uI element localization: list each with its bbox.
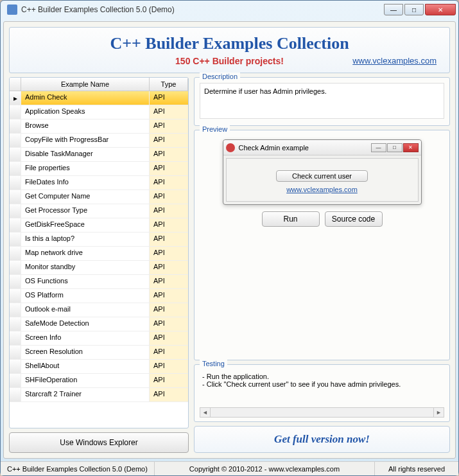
get-full-version-button[interactable]: Get full version now!: [194, 426, 450, 453]
row-type: API: [150, 134, 188, 147]
table-row[interactable]: Is this a laptop?API: [10, 233, 188, 247]
table-row[interactable]: Get Processor TypeAPI: [10, 204, 188, 218]
table-row[interactable]: OS FunctionsAPI: [10, 275, 188, 289]
description-text[interactable]: Determine if user has Admin privileges.: [200, 83, 444, 119]
row-type: API: [150, 148, 188, 161]
table-row[interactable]: Map network driveAPI: [10, 247, 188, 261]
row-indicator: [10, 148, 21, 161]
close-button[interactable]: ✕: [425, 4, 456, 15]
table-row[interactable]: Starcraft 2 TrainerAPI: [10, 388, 188, 402]
table-row[interactable]: Outlook e-mailAPI: [10, 303, 188, 317]
table-row[interactable]: ▸Admin CheckAPI: [10, 91, 188, 105]
table-row[interactable]: BrowseAPI: [10, 119, 188, 134]
row-name: ShellAbout: [21, 360, 150, 373]
row-name: Monitor standby: [21, 261, 150, 274]
header-title: C++ Builder Examples Collection: [16, 34, 443, 53]
row-indicator: [10, 360, 21, 373]
grid-header-name[interactable]: Example Name: [21, 78, 150, 91]
grid-header-selector[interactable]: [10, 78, 21, 91]
testing-text: - Run the application. - Click "Check cu…: [200, 370, 444, 405]
row-type: API: [150, 303, 188, 317]
preview-maximize-icon: □: [387, 143, 403, 152]
row-type: API: [150, 374, 188, 387]
row-type: API: [150, 331, 188, 345]
source-code-button[interactable]: Source code: [325, 211, 383, 227]
row-type: API: [150, 218, 188, 232]
preview-window-title: Check Admin example: [239, 144, 371, 152]
content-area: C++ Builder Examples Collection 150 C++ …: [3, 21, 456, 459]
row-name: Map network drive: [21, 247, 150, 260]
maximize-button[interactable]: □: [404, 4, 424, 15]
status-left: C++ Builder Examples Collection 5.0 (Dem…: [1, 462, 155, 475]
row-type: API: [150, 275, 188, 288]
row-name: Screen Resolution: [21, 346, 150, 359]
row-type: API: [150, 91, 188, 105]
row-type: API: [150, 233, 188, 246]
minimize-button[interactable]: —: [384, 4, 403, 15]
table-row[interactable]: ShellAboutAPI: [10, 360, 188, 374]
status-center: Copyright © 2010-2012 - www.vclexamples.…: [155, 462, 375, 475]
testing-hscrollbar[interactable]: ◄ ►: [200, 407, 444, 418]
table-row[interactable]: Monitor standbyAPI: [10, 261, 188, 275]
table-row[interactable]: SafeMode DetectionAPI: [10, 317, 188, 331]
row-indicator: [10, 289, 21, 303]
row-type: API: [150, 346, 188, 359]
row-name: SafeMode Detection: [21, 317, 150, 331]
table-row[interactable]: GetDiskFreeSpaceAPI: [10, 218, 188, 233]
grid-header-type[interactable]: Type: [150, 78, 188, 91]
table-row[interactable]: Screen ResolutionAPI: [10, 346, 188, 360]
row-indicator: [10, 233, 21, 246]
scroll-right-icon[interactable]: ►: [433, 408, 444, 417]
use-explorer-button[interactable]: Use Windows Explorer: [9, 432, 189, 453]
titlebar[interactable]: C++ Builder Examples Collection 5.0 (Dem…: [1, 1, 458, 19]
run-button[interactable]: Run: [262, 211, 320, 227]
table-row[interactable]: FileDates InfoAPI: [10, 176, 188, 190]
preview-link: www.vclexamples.com: [233, 186, 411, 193]
table-row[interactable]: OS PlatformAPI: [10, 289, 188, 303]
row-indicator: [10, 190, 21, 204]
scroll-left-icon[interactable]: ◄: [200, 408, 211, 417]
row-indicator: [10, 105, 21, 119]
preview-app-icon: [226, 143, 235, 152]
table-row[interactable]: Screen InfoAPI: [10, 331, 188, 346]
row-type: API: [150, 388, 188, 401]
preview-legend: Preview: [200, 125, 230, 133]
row-name: Disable TaskManager: [21, 148, 150, 161]
row-indicator: [10, 162, 21, 175]
testing-line1: - Run the application.: [202, 373, 442, 380]
app-window: C++ Builder Examples Collection 5.0 (Dem…: [0, 0, 459, 476]
row-name: Get Processor Type: [21, 204, 150, 218]
header-panel: C++ Builder Examples Collection 150 C++ …: [9, 27, 450, 73]
row-name: Get Computer Name: [21, 190, 150, 204]
testing-legend: Testing: [200, 360, 227, 367]
preview-window: Check Admin example — □ ✕ Check current …: [223, 139, 422, 205]
row-type: API: [150, 317, 188, 331]
preview-close-icon: ✕: [403, 143, 419, 152]
row-indicator: ▸: [10, 91, 21, 105]
row-type: API: [150, 247, 188, 260]
table-row[interactable]: Get Computer NameAPI: [10, 190, 188, 204]
table-row[interactable]: Disable TaskManagerAPI: [10, 148, 188, 162]
table-row[interactable]: SHFileOperationAPI: [10, 374, 188, 388]
row-type: API: [150, 289, 188, 303]
row-type: API: [150, 176, 188, 190]
table-row[interactable]: CopyFile with ProgressBarAPI: [10, 134, 188, 148]
row-name: OS Functions: [21, 275, 150, 288]
row-indicator: [10, 204, 21, 218]
window-title: C++ Builder Examples Collection 5.0 (Dem…: [21, 5, 384, 14]
table-row[interactable]: File propertiesAPI: [10, 162, 188, 176]
row-indicator: [10, 388, 21, 401]
header-link[interactable]: www.vclexamples.com: [352, 56, 437, 66]
row-indicator: [10, 218, 21, 232]
grid-body[interactable]: ▸Admin CheckAPIApplication SpeaksAPIBrow…: [10, 91, 188, 428]
grid-header: Example Name Type: [10, 78, 188, 91]
row-type: API: [150, 204, 188, 218]
row-indicator: [10, 275, 21, 288]
row-type: API: [150, 360, 188, 373]
row-type: API: [150, 261, 188, 274]
table-row[interactable]: Application SpeaksAPI: [10, 105, 188, 119]
row-indicator: [10, 134, 21, 147]
description-panel: Description Determine if user has Admin …: [194, 77, 450, 126]
app-icon: [7, 4, 17, 15]
row-name: Browse: [21, 119, 150, 133]
